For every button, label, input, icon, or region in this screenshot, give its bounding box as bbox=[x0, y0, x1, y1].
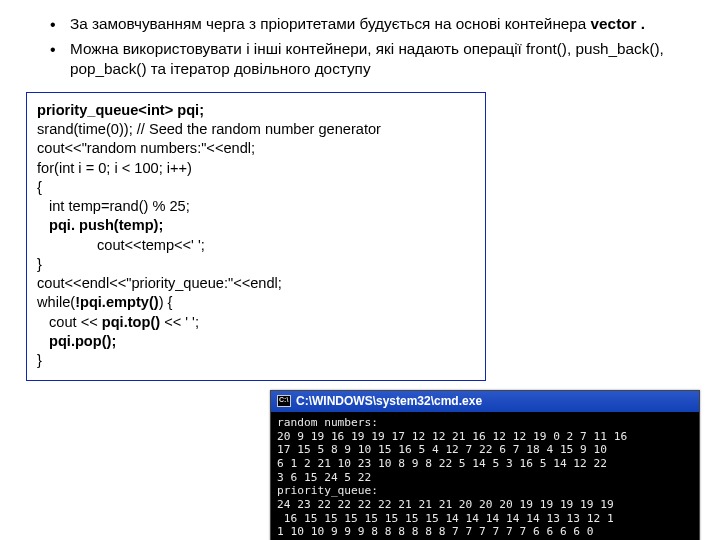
code-line: cout<<"random numbers:"<<endl; bbox=[37, 139, 475, 158]
code-line: cout<<temp<<' '; bbox=[37, 236, 205, 255]
code-line: pqi.pop(); bbox=[37, 332, 116, 351]
cmd-icon bbox=[277, 395, 291, 407]
terminal-line: 6 1 2 21 10 23 10 8 9 8 22 5 14 5 3 16 5… bbox=[277, 457, 607, 470]
code-text: !pqi.empty() bbox=[75, 294, 159, 310]
terminal-line: random numbers: bbox=[277, 416, 378, 429]
bullet-list: За замовчуванням черга з пріоритетами бу… bbox=[40, 14, 692, 80]
bullet-bold: vector . bbox=[591, 15, 645, 32]
bullet-item: За замовчуванням черга з пріоритетами бу… bbox=[40, 14, 692, 35]
code-line: priority_queue<int> pqi; bbox=[37, 102, 204, 118]
code-text: << ' '; bbox=[160, 314, 199, 330]
bullet-text: Можна використовувати і інші контейнери,… bbox=[70, 40, 664, 78]
bullet-item: Можна використовувати і інші контейнери,… bbox=[40, 39, 692, 80]
terminal-line: priority_queue: bbox=[277, 484, 378, 497]
code-text: pqi.top() bbox=[102, 314, 160, 330]
code-line: { bbox=[37, 178, 475, 197]
code-text: ) { bbox=[159, 294, 173, 310]
terminal-line: 20 9 19 16 19 19 17 12 12 21 16 12 12 19… bbox=[277, 430, 627, 443]
code-line: cout<<endl<<"priority_queue:"<<endl; bbox=[37, 274, 475, 293]
terminal-title: C:\WINDOWS\system32\cmd.exe bbox=[296, 394, 482, 408]
code-line: int temp=rand() % 25; bbox=[37, 197, 190, 216]
code-line: } bbox=[37, 255, 475, 274]
code-text: cout << bbox=[49, 314, 102, 330]
code-line: srand(time(0)); // Seed the random numbe… bbox=[37, 120, 475, 139]
terminal-window: C:\WINDOWS\system32\cmd.exe random numbe… bbox=[270, 390, 700, 540]
terminal-line: 17 15 5 8 9 10 15 16 5 4 12 7 22 6 7 18 … bbox=[277, 443, 607, 456]
terminal-line: 16 15 15 15 15 15 15 15 14 14 14 14 14 1… bbox=[277, 512, 614, 525]
code-block: priority_queue<int> pqi; srand(time(0));… bbox=[26, 92, 486, 382]
code-text: while( bbox=[37, 294, 75, 310]
terminal-line: 24 23 22 22 22 22 21 21 21 20 20 20 19 1… bbox=[277, 498, 614, 511]
code-line: } bbox=[37, 351, 475, 370]
terminal-titlebar: C:\WINDOWS\system32\cmd.exe bbox=[271, 391, 699, 412]
code-line: pqi. push(temp); bbox=[37, 216, 163, 235]
terminal-body: random numbers: 20 9 19 16 19 19 17 12 1… bbox=[271, 412, 699, 540]
bullet-text: За замовчуванням черга з пріоритетами бу… bbox=[70, 15, 591, 32]
terminal-line: 1 10 10 9 9 9 8 8 8 8 8 8 7 7 7 7 7 7 6 … bbox=[277, 525, 594, 538]
terminal-line: 3 6 15 24 5 22 bbox=[277, 471, 371, 484]
code-line: for(int i = 0; i < 100; i++) bbox=[37, 159, 475, 178]
